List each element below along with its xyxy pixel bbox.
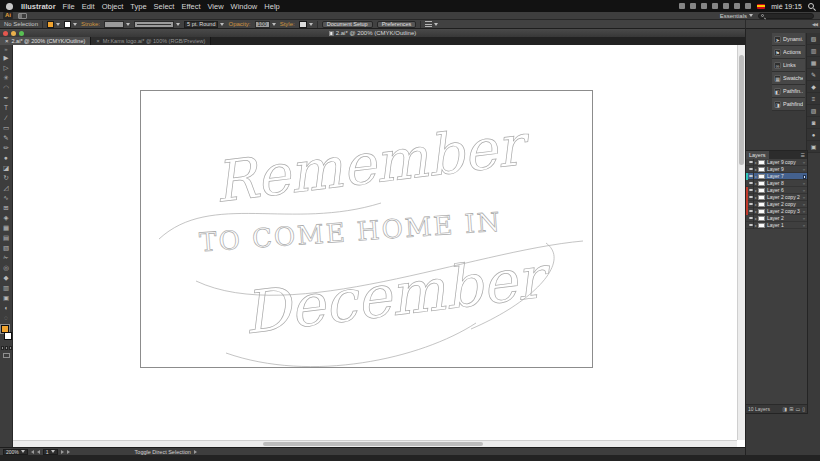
- rotate-tool[interactable]: ↻: [0, 173, 13, 183]
- line-segment-tool[interactable]: ∕: [0, 113, 13, 123]
- stroke-color-swatch[interactable]: [64, 21, 77, 28]
- eraser-tool[interactable]: ◪: [0, 163, 13, 173]
- menu-item-select[interactable]: Select: [154, 2, 175, 11]
- bluetooth-icon[interactable]: [690, 3, 696, 9]
- appearance-icon[interactable]: ●: [807, 129, 820, 141]
- gradient-icon[interactable]: ▨: [807, 105, 820, 117]
- layer-row[interactable]: ▸Layer 7○: [746, 173, 807, 180]
- target-circle-icon[interactable]: ○: [801, 223, 807, 228]
- symbol-sprayer-tool[interactable]: ◆: [0, 273, 13, 283]
- panel-button-links[interactable]: ∞Links: [772, 59, 805, 72]
- magic-wand-tool[interactable]: ✳: [0, 73, 13, 83]
- layer-name[interactable]: Layer 6: [765, 187, 801, 193]
- paintbrush-tool[interactable]: ✎: [0, 133, 13, 143]
- vertical-scrollbar-thumb[interactable]: [739, 55, 744, 165]
- delete-layer-icon[interactable]: ▯: [802, 406, 805, 412]
- first-artboard-arrow-icon[interactable]: [31, 450, 34, 454]
- brushes-icon[interactable]: ✎: [807, 69, 820, 81]
- layer-name[interactable]: Layer 1: [765, 222, 801, 228]
- stroke-weight-field[interactable]: [104, 21, 130, 28]
- panel-button-swatches[interactable]: ▦Swatches: [772, 72, 805, 85]
- time-machine-icon[interactable]: [734, 3, 740, 9]
- target-circle-icon[interactable]: ○: [801, 202, 807, 207]
- color-icon[interactable]: ▧: [807, 33, 820, 45]
- canvas[interactable]: Remember TO COME HOME IN December: [13, 45, 745, 447]
- menu-item-file[interactable]: File: [63, 2, 75, 11]
- layer-name[interactable]: Layer 2 copy: [765, 201, 801, 207]
- opacity-field[interactable]: 100: [255, 21, 276, 28]
- document-tab-inactive[interactable]: × Mr.Kams logo.ai* @ 100% (RGB/Preview): [91, 37, 211, 45]
- artboard-tool[interactable]: ▣: [0, 293, 13, 303]
- zoom-level-dropdown[interactable]: 200%: [3, 449, 28, 455]
- layer-row[interactable]: ▸Layer 1○: [746, 222, 807, 229]
- brush-definition-dropdown[interactable]: 5 pt. Round: [184, 21, 224, 28]
- column-graph-tool[interactable]: ▥: [0, 283, 13, 293]
- layer-name[interactable]: Layer 9: [765, 166, 801, 172]
- scale-tool[interactable]: ◿: [0, 183, 13, 193]
- graphic-styles-icon[interactable]: ▣: [807, 141, 820, 153]
- panel-button-actions[interactable]: ⚑Actions: [772, 46, 805, 59]
- pen-tool[interactable]: ✒: [0, 93, 13, 103]
- artboard-navigation-dropdown[interactable]: 1: [43, 449, 58, 455]
- next-artboard-arrow-icon[interactable]: [61, 450, 64, 454]
- stroke-icon[interactable]: ≡: [807, 93, 820, 105]
- lasso-tool[interactable]: ◠: [0, 83, 13, 93]
- blend-tool[interactable]: ◎: [0, 263, 13, 273]
- target-circle-icon[interactable]: ○: [801, 167, 807, 172]
- stroke-color-well[interactable]: [4, 332, 12, 340]
- battery-icon[interactable]: [679, 3, 685, 9]
- layer-row[interactable]: ▸Layer 6○: [746, 187, 807, 194]
- fill-color-swatch[interactable]: [47, 21, 60, 28]
- new-layer-icon[interactable]: ▭: [796, 406, 801, 412]
- direct-selection-tool[interactable]: ▷: [0, 63, 13, 73]
- target-circle-icon[interactable]: ○: [801, 181, 807, 186]
- draw-behind-button[interactable]: [5, 346, 8, 350]
- airport-icon[interactable]: [701, 3, 707, 9]
- minimize-window-button[interactable]: [11, 31, 16, 36]
- draw-inside-button[interactable]: [9, 346, 12, 350]
- draw-normal-button[interactable]: [1, 346, 4, 350]
- document-setup-button[interactable]: Document Setup: [322, 21, 373, 28]
- layer-row[interactable]: ▸Layer 2 copy○: [746, 201, 807, 208]
- eyedropper-tool[interactable]: ✁: [0, 253, 13, 263]
- stroke-label[interactable]: Stroke:: [81, 21, 100, 27]
- panel-button-dynamics[interactable]: ➤Dynami...: [772, 33, 805, 46]
- symbols-icon[interactable]: ◆: [807, 81, 820, 93]
- close-tab-icon[interactable]: ×: [96, 38, 100, 44]
- target-circle-icon[interactable]: ○: [801, 216, 807, 221]
- blob-brush-tool[interactable]: ●: [0, 153, 13, 163]
- panel-menu-icon[interactable]: ☰: [801, 152, 807, 158]
- layer-row[interactable]: ▸Layer 9 copy○: [746, 159, 807, 166]
- layer-name[interactable]: Layer 8: [765, 180, 801, 186]
- target-circle-icon[interactable]: ○: [801, 195, 807, 200]
- layer-name[interactable]: Layer 7: [765, 173, 801, 179]
- input-language-flag-icon[interactable]: [757, 4, 765, 9]
- layer-row[interactable]: ▸Layer 2 copy 3○: [746, 208, 807, 215]
- artboard[interactable]: Remember TO COME HOME IN December: [140, 90, 593, 368]
- search-input[interactable]: [758, 13, 814, 19]
- align-options-dropdown[interactable]: [425, 21, 438, 27]
- volume-icon[interactable]: [723, 3, 729, 9]
- layer-row[interactable]: ▸Layer 8○: [746, 180, 807, 187]
- keychain-icon[interactable]: [712, 3, 718, 9]
- menu-item-help[interactable]: Help: [264, 2, 279, 11]
- close-tab-icon[interactable]: ×: [5, 38, 9, 44]
- displays-icon[interactable]: [745, 3, 751, 9]
- new-sublayer-icon[interactable]: ⊞: [789, 406, 793, 412]
- make-clipping-mask-icon[interactable]: ◨: [783, 406, 788, 412]
- menubar-clock[interactable]: mié 19:15: [771, 3, 802, 10]
- free-transform-tool[interactable]: ⊞: [0, 203, 13, 213]
- previous-artboard-arrow-icon[interactable]: [37, 450, 40, 454]
- menu-item-window[interactable]: Window: [231, 2, 258, 11]
- target-circle-icon[interactable]: ○: [801, 188, 807, 193]
- menu-item-effect[interactable]: Effect: [181, 2, 200, 11]
- target-circle-icon[interactable]: ○: [801, 160, 807, 165]
- document-tab-active[interactable]: × 2.ai* @ 200% (CMYK/Outline): [0, 37, 91, 45]
- gradient-tool[interactable]: ▧: [0, 243, 13, 253]
- style-label[interactable]: Style:: [280, 21, 295, 27]
- rectangle-tool[interactable]: ▭: [0, 123, 13, 133]
- hand-tool[interactable]: ◖: [0, 303, 13, 313]
- width-tool[interactable]: ∿: [0, 193, 13, 203]
- horizontal-scrollbar[interactable]: [13, 440, 737, 447]
- vertical-scrollbar[interactable]: [737, 45, 745, 440]
